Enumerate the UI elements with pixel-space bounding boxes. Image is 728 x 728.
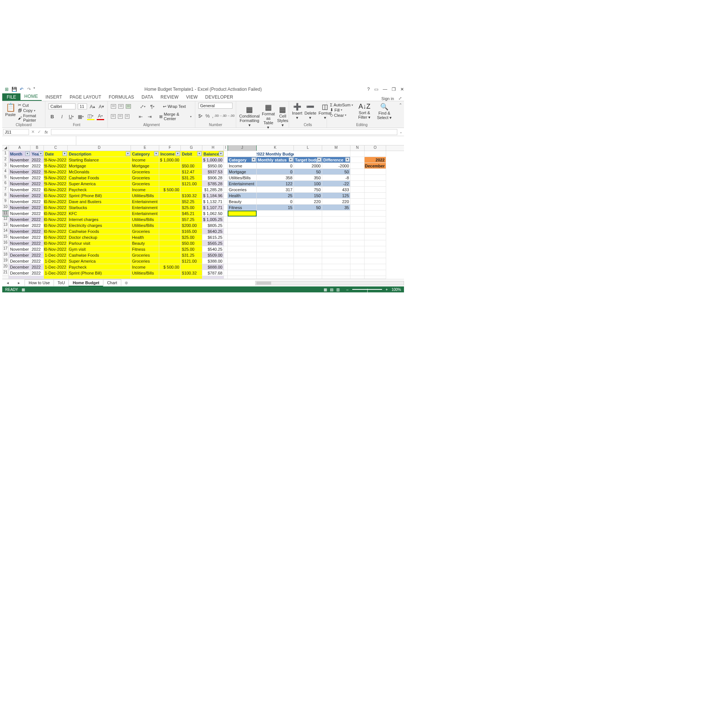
cell-month[interactable]: December [9,258,31,264]
row-header-3[interactable]: 3 [2,163,9,169]
grid-cell[interactable] [350,181,364,187]
summary-cell-category[interactable]: Entertainment [228,181,257,187]
cell-debit[interactable]: $57.25 [181,217,202,222]
cancel-formula-icon[interactable]: ✕ [30,130,36,134]
summary-cell-monthly-status[interactable]: 358 [257,175,294,181]
grid-cell[interactable] [364,222,386,228]
grid-cell[interactable] [350,151,364,157]
cell-category[interactable]: Groceries [131,181,159,187]
cell-category[interactable]: Utilities/Bills [131,217,159,222]
fx-icon[interactable]: fx [43,130,50,134]
cell-category[interactable]: Fitness [131,246,159,252]
grid-cell[interactable] [350,246,364,252]
cell-month[interactable]: November [9,199,31,205]
grid-cell[interactable] [322,228,350,234]
grid-cell[interactable] [202,276,224,279]
cell-year[interactable]: 2022 [31,181,44,187]
cell-description[interactable]: Starbucks [68,205,131,211]
summary-cell-difference[interactable]: -8 [322,175,350,181]
accounting-format-icon[interactable]: $▾ [198,112,203,119]
grid-cell[interactable] [228,217,257,222]
cell-month[interactable]: November [9,163,31,169]
cell-month[interactable]: November [9,228,31,234]
cell-balance[interactable]: $509.00 [202,252,224,258]
cell-date[interactable]: 30-Nov-2022 [44,246,68,252]
grid-cell[interactable] [364,276,386,279]
save-icon[interactable]: 💾 [11,86,17,92]
row-header-12[interactable]: 12 [2,217,9,222]
grid-cell[interactable] [228,246,257,252]
cell-debit[interactable]: $100.32 [181,193,202,199]
page-layout-view-icon[interactable]: ▤ [330,288,336,292]
cell-year[interactable]: 2022 [31,264,44,270]
col-header-A[interactable]: A [9,145,31,151]
cell-description[interactable]: Electricity charges [68,222,131,228]
expand-formula-bar-icon[interactable]: ⌄ [398,130,404,134]
font-size-select[interactable]: 11 [78,103,87,109]
cell-income[interactable] [159,252,181,258]
spreadsheet-grid[interactable]: ◢ A B C D E F G H I J K L M N O 1Month▾Y… [2,145,404,279]
cell-date[interactable]: 1-Dec-2022 [44,264,68,270]
grid-cell[interactable] [224,264,228,270]
increase-indent-icon[interactable]: ⇥ [146,113,153,120]
cell-balance[interactable]: $ 1,000.00 [202,157,224,163]
tab-page-layout[interactable]: PAGE LAYOUT [66,93,105,101]
grid-cell[interactable] [364,181,386,187]
cell-date[interactable]: 30-Nov-2022 [44,211,68,217]
row-header-9[interactable]: 9 [2,199,9,205]
row-header-18[interactable]: 18 [2,252,9,258]
grid-cell[interactable] [350,222,364,228]
cell-date[interactable]: 30-Nov-2022 [44,222,68,228]
align-top-icon[interactable] [111,104,116,109]
insert-cells-button[interactable]: Insert ▾ [292,111,303,120]
font-name-select[interactable]: Calibri [48,103,75,109]
grid-cell[interactable] [364,217,386,222]
cell-date[interactable]: 30-Nov-2022 [44,205,68,211]
cell-category[interactable]: Income [131,187,159,193]
table-header-description[interactable]: Description▾ [68,151,131,157]
cell-month[interactable]: November [9,240,31,246]
grid-cell[interactable] [322,222,350,228]
cell-year[interactable]: 2022 [31,157,44,163]
cell-year[interactable]: 2022 [31,246,44,252]
grid-cell[interactable] [322,264,350,270]
cell-debit[interactable] [181,264,202,270]
align-left-icon[interactable] [111,114,116,119]
col-header-O[interactable]: O [364,145,386,151]
grid-cell[interactable] [224,169,228,175]
cell-description[interactable]: Cashwise Foods [68,228,131,234]
copy-button[interactable]: 🗐 Copy ▾ [18,108,42,113]
summary-header-difference[interactable]: Difference▾ [322,157,350,163]
grid-cell[interactable] [44,276,68,279]
grid-cell[interactable] [224,151,228,157]
summary-cell-monthly-status[interactable]: 317 [257,187,294,193]
summary-cell-category[interactable]: Income [228,163,257,169]
month-selector[interactable]: December [364,163,386,169]
cell-description[interactable]: Dave and Busters [68,199,131,205]
cell-date[interactable]: 1-Dec-2022 [44,258,68,264]
cell-date[interactable]: 28-Nov-2022 [44,163,68,169]
row-header-5[interactable]: 5 [2,175,9,181]
table-header-balance[interactable]: Balance▾ [202,151,224,157]
grid-cell[interactable] [224,217,228,222]
grid-cell[interactable] [364,193,386,199]
qat-customize-icon[interactable]: ▾ [34,86,36,92]
row-header-11[interactable]: 11 [2,211,9,217]
grid-cell[interactable] [224,252,228,258]
grid-cell[interactable] [68,276,131,279]
cell-month[interactable]: December [9,270,31,276]
underline-icon[interactable]: U▾ [68,113,75,120]
grid-cell[interactable] [350,240,364,246]
cell-description[interactable]: Cashwise Foods [68,175,131,181]
cell-debit[interactable]: $31.25 [181,252,202,258]
cell-debit[interactable]: $31.25 [181,175,202,181]
row-header-4[interactable]: 4 [2,169,9,175]
cell-month[interactable]: November [9,181,31,187]
bold-icon[interactable]: B [48,113,56,120]
row-header-15[interactable]: 15 [2,234,9,240]
decrease-font-icon[interactable]: A▾ [98,102,105,110]
grid-cell[interactable] [159,276,181,279]
cell-year[interactable]: 2022 [31,252,44,258]
grid-cell[interactable] [294,217,322,222]
grid-cell[interactable] [364,234,386,240]
